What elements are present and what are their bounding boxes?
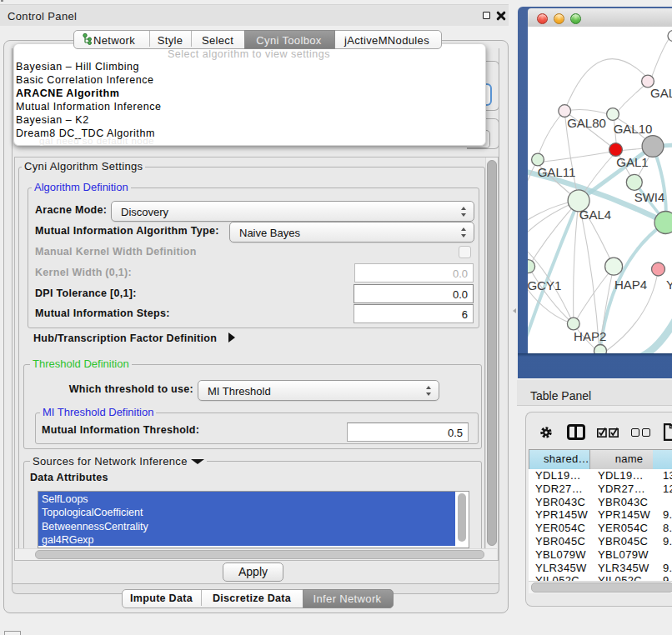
svg-text:GAL80: GAL80 <box>567 116 606 130</box>
svg-text:GCY1: GCY1 <box>528 278 561 292</box>
svg-text:GAL7: GAL7 <box>650 86 672 100</box>
svg-text:GAL11: GAL11 <box>538 165 576 179</box>
svg-text:GAL10: GAL10 <box>614 122 653 136</box>
svg-text:SWI4: SWI4 <box>634 190 665 204</box>
svg-text:GAL4: GAL4 <box>579 208 611 222</box>
svg-text:HAP4: HAP4 <box>614 278 647 292</box>
svg-text:Y: Y <box>666 278 672 292</box>
svg-text:HAP2: HAP2 <box>574 329 606 343</box>
svg-text:GAL1: GAL1 <box>616 155 648 169</box>
